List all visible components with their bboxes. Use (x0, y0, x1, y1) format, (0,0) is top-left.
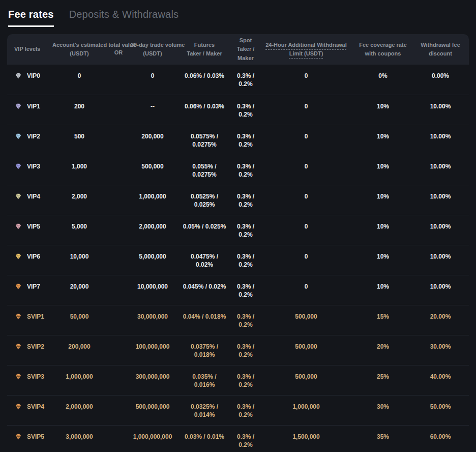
cell-coverage: 10% (354, 185, 412, 215)
cell-coverage: 0% (354, 65, 412, 95)
cell-discount: 10.00% (412, 155, 469, 185)
cell-futures: 0.04% / 0.018% (176, 305, 233, 335)
cell-coverage: 10% (354, 95, 412, 125)
cell-or-spacer (108, 185, 129, 215)
table-row: VIP0 0 0 0.06% / 0.03% 0.3% / 0.2% 0 0% … (7, 65, 469, 95)
vip-level-label: SVIP4 (27, 403, 44, 411)
cell-trade-volume: 10,000,000 (129, 275, 176, 305)
cell-spot: 0.3% / 0.2% (233, 365, 258, 395)
cell-withdrawal-limit: 0 (258, 125, 354, 155)
cell-spot: 0.3% / 0.2% (233, 155, 258, 185)
header-discount: Withdrawal fee discount (412, 34, 469, 65)
cell-trade-volume: 500,000 (129, 155, 176, 185)
vip-gem-icon (14, 373, 22, 381)
cell-vip-level: VIP6 (7, 245, 51, 275)
cell-discount: 10.00% (412, 215, 469, 245)
cell-coverage: 10% (354, 155, 412, 185)
cell-futures: 0.035% / 0.016% (176, 365, 233, 395)
cell-discount: 10.00% (412, 185, 469, 215)
header-vip-levels: VIP levels (7, 34, 51, 65)
cell-est-value: 2,000 (51, 185, 108, 215)
withdrawal-limit-tooltip-trigger[interactable]: 24-Hour Additional Withdrawal Limit (USD… (265, 42, 347, 56)
header-trade-volume: 30-day trade volume (USDT) (129, 34, 176, 65)
cell-withdrawal-limit: 0 (258, 95, 354, 125)
cell-futures: 0.055% / 0.0275% (176, 155, 233, 185)
cell-discount: 60.00% (412, 425, 469, 452)
cell-futures: 0.0475% / 0.02% (176, 245, 233, 275)
cell-est-value: 20,000 (51, 275, 108, 305)
tab-bar: Fee rates Deposits & Withdrawals (0, 0, 476, 27)
cell-trade-volume: 5,000,000 (129, 245, 176, 275)
cell-spot: 0.3% / 0.2% (233, 215, 258, 245)
cell-est-value: 10,000 (51, 245, 108, 275)
cell-trade-volume: 200,000 (129, 125, 176, 155)
cell-or-spacer (108, 335, 129, 365)
cell-withdrawal-limit: 500,000 (258, 305, 354, 335)
cell-withdrawal-limit: 500,000 (258, 365, 354, 395)
vip-level-label: SVIP1 (27, 313, 44, 321)
cell-coverage: 10% (354, 275, 412, 305)
cell-trade-volume: 30,000,000 (129, 305, 176, 335)
table-row: VIP7 20,000 10,000,000 0.045% / 0.02% 0.… (7, 275, 469, 305)
cell-coverage: 10% (354, 125, 412, 155)
vip-level-label: SVIP2 (27, 343, 44, 351)
header-futures: Futures Taker / Maker (176, 34, 233, 65)
tab-fee-rates[interactable]: Fee rates (8, 9, 54, 27)
cell-coverage: 30% (354, 395, 412, 425)
cell-spot: 0.3% / 0.2% (233, 395, 258, 425)
cell-futures: 0.03% / 0.01% (176, 425, 233, 452)
table-row: SVIP3 1,000,000 300,000,000 0.035% / 0.0… (7, 365, 469, 395)
vip-gem-icon (14, 72, 22, 80)
cell-trade-volume: -- (129, 95, 176, 125)
table-row: VIP1 200 -- 0.06% / 0.03% 0.3% / 0.2% 0 … (7, 95, 469, 125)
cell-or-spacer (108, 365, 129, 395)
vip-gem-icon (14, 403, 22, 411)
vip-level-label: VIP0 (27, 72, 40, 80)
cell-futures: 0.045% / 0.02% (176, 275, 233, 305)
cell-vip-level: VIP3 (7, 155, 51, 185)
cell-discount: 50.00% (412, 395, 469, 425)
cell-vip-level: VIP4 (7, 185, 51, 215)
cell-discount: 10.00% (412, 125, 469, 155)
header-withdrawal-limit: 24-Hour Additional Withdrawal Limit (USD… (258, 34, 354, 65)
cell-discount: 10.00% (412, 275, 469, 305)
vip-gem-icon (14, 102, 22, 110)
cell-est-value: 200,000 (51, 335, 108, 365)
cell-trade-volume: 500,000,000 (129, 395, 176, 425)
cell-trade-volume: 300,000,000 (129, 365, 176, 395)
tab-deposits-withdrawals[interactable]: Deposits & Withdrawals (69, 9, 179, 25)
cell-futures: 0.0375% / 0.018% (176, 335, 233, 365)
cell-discount: 0.00% (412, 65, 469, 95)
cell-or-spacer (108, 215, 129, 245)
cell-discount: 30.00% (412, 335, 469, 365)
cell-withdrawal-limit: 1,000,000 (258, 395, 354, 425)
vip-level-label: VIP1 (27, 102, 40, 110)
table-row: VIP4 2,000 1,000,000 0.0525% / 0.025% 0.… (7, 185, 469, 215)
cell-withdrawal-limit: 0 (258, 65, 354, 95)
table-row: SVIP1 50,000 30,000,000 0.04% / 0.018% 0… (7, 305, 469, 335)
cell-withdrawal-limit: 0 (258, 185, 354, 215)
vip-gem-icon (14, 343, 22, 351)
cell-vip-level: VIP0 (7, 65, 51, 95)
cell-vip-level: SVIP5 (7, 425, 51, 452)
cell-trade-volume: 2,000,000 (129, 215, 176, 245)
cell-vip-level: SVIP3 (7, 365, 51, 395)
table-row: VIP5 5,000 2,000,000 0.05% / 0.025% 0.3%… (7, 215, 469, 245)
cell-or-spacer (108, 275, 129, 305)
cell-discount: 10.00% (412, 95, 469, 125)
vip-gem-icon (14, 313, 22, 321)
cell-or-spacer (108, 395, 129, 425)
vip-level-label: VIP6 (27, 252, 40, 261)
table-row: VIP2 500 200,000 0.0575% / 0.0275% 0.3% … (7, 125, 469, 155)
fee-table-body: VIP0 0 0 0.06% / 0.03% 0.3% / 0.2% 0 0% … (7, 65, 469, 452)
cell-est-value: 5,000 (51, 215, 108, 245)
cell-spot: 0.3% / 0.2% (233, 95, 258, 125)
cell-spot: 0.3% / 0.2% (233, 65, 258, 95)
cell-futures: 0.0525% / 0.025% (176, 185, 233, 215)
cell-or-spacer (108, 425, 129, 452)
cell-discount: 40.00% (412, 365, 469, 395)
cell-futures: 0.0325% / 0.014% (176, 395, 233, 425)
table-header-row: VIP levels Account's estimated total val… (7, 34, 469, 65)
vip-level-label: VIP3 (27, 162, 40, 171)
table-row: VIP6 10,000 5,000,000 0.0475% / 0.02% 0.… (7, 245, 469, 275)
